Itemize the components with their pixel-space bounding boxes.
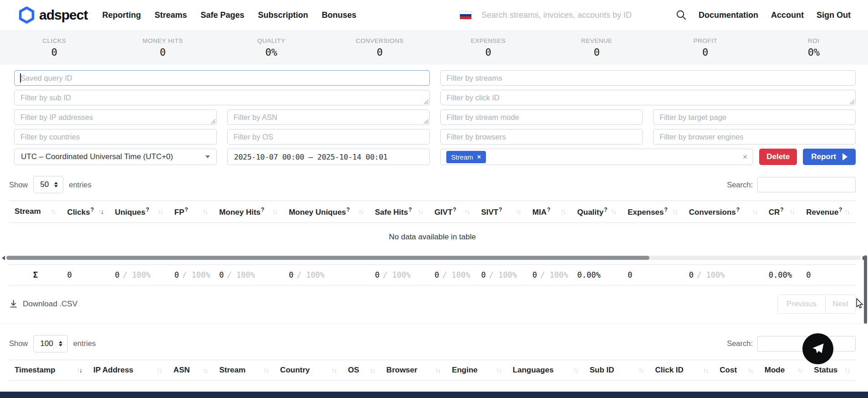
sort-icon: ↑↓ (370, 367, 376, 374)
sort-icon: ↑↓ (638, 367, 644, 374)
col-conversions[interactable]: Conversions?↑↓ (684, 201, 763, 223)
table1-search-input[interactable] (757, 177, 856, 192)
total-cr: 0.00% (763, 264, 801, 285)
scrollbar-track[interactable] (6, 256, 861, 260)
nav-item-documentation[interactable]: Documentation (699, 10, 758, 20)
sort-icon: ↑↓ (516, 208, 522, 215)
previous-button[interactable]: Previous (777, 295, 826, 314)
logo[interactable]: adspect (18, 6, 87, 24)
col-mia[interactable]: MIA?↑↓ (527, 201, 572, 223)
col-mode[interactable]: Mode↑↓ (759, 360, 809, 380)
total-money-uniques: 0/ 100% (283, 264, 369, 285)
col-money-hits[interactable]: Money Hits?↑↓ (214, 201, 283, 223)
col-languages[interactable]: Languages↑↓ (507, 360, 584, 380)
sort-icon: ↑↓ (797, 367, 803, 374)
page-size-select[interactable]: 50 (33, 176, 63, 193)
stream-tags-input[interactable]: Stream × × (440, 149, 754, 165)
col-asn[interactable]: ASN↑↓ (168, 360, 214, 380)
sort-desc-icon: ↑↓ (98, 208, 104, 215)
nav-search-area (460, 10, 687, 21)
telegram-button[interactable] (802, 333, 833, 364)
vertical-scrollbar-thumb[interactable] (864, 255, 867, 324)
tag-remove-icon[interactable]: × (477, 153, 481, 160)
click-id-filter-input[interactable] (440, 90, 856, 105)
col-cost[interactable]: Cost↑↓ (714, 360, 759, 380)
timezone-select[interactable]: UTC – Coordinated Universal Time (UTC+0) (14, 149, 217, 165)
scrollbar-thumb[interactable] (6, 256, 649, 260)
col-safe-hits[interactable]: Safe Hits?↑↓ (369, 201, 429, 223)
sort-icon: ↑↓ (418, 208, 424, 215)
saved-query-input[interactable] (14, 70, 430, 86)
global-search-input[interactable] (481, 10, 666, 20)
col-fp[interactable]: FP?↑↓ (169, 201, 214, 223)
browsers-filter-input[interactable] (440, 129, 643, 145)
total-uniques: 0/ 100% (109, 264, 169, 285)
nav-item-streams[interactable]: Streams (154, 10, 187, 20)
stat-expenses: EXPENSES0 (434, 37, 542, 58)
os-filter-input[interactable] (227, 129, 430, 145)
col-clicks[interactable]: Clicks?↑↓ (62, 201, 110, 223)
browsers-filter-wrap (440, 129, 643, 145)
saved-query-wrap (14, 70, 430, 86)
col-ip-address[interactable]: IP Address↑↓ (88, 360, 168, 380)
col-click-id[interactable]: Click ID↑↓ (650, 360, 715, 380)
scroll-left-arrow-icon[interactable] (2, 256, 5, 260)
totals-row: Σ 0 0/ 100% 0/ 100% 0/ 100% 0/ 100% 0/ 1… (9, 264, 856, 285)
total-mia: 0/ 100% (527, 264, 572, 285)
col-sivt[interactable]: SIVT?↑↓ (475, 201, 527, 223)
nav-item-subscription[interactable]: Subscription (258, 10, 308, 20)
entries-label: entries (73, 339, 96, 348)
sort-icon: ↑↓ (672, 208, 678, 215)
nav-item-sign-out[interactable]: Sign Out (817, 10, 851, 20)
col-cr[interactable]: CR?↑↓ (763, 201, 801, 223)
col-browser[interactable]: Browser↑↓ (381, 360, 446, 380)
col-os[interactable]: OS↑↓ (342, 360, 381, 380)
col-engine[interactable]: Engine↑↓ (446, 360, 507, 380)
stream-tag[interactable]: Stream × (446, 151, 486, 163)
sort-icon: ↑↓ (748, 367, 754, 374)
stream-mode-filter-wrap (440, 109, 643, 125)
download-csv-link[interactable]: Download .CSV (9, 300, 77, 309)
search-icon[interactable] (676, 10, 687, 21)
table2-header-row: Timestamp↑↓ IP Address↑↓ ASN↑↓ Stream↑↓ … (9, 360, 856, 380)
clear-tags-icon[interactable]: × (743, 152, 748, 162)
language-flag-icon[interactable] (460, 11, 471, 19)
sort-desc-icon: ↑↓ (77, 367, 82, 374)
asn-filter-input[interactable] (227, 109, 430, 125)
sort-icon: ↑↓ (496, 367, 502, 374)
col-expenses[interactable]: Expenses?↑↓ (622, 201, 684, 223)
stat-money-hits: MONEY HITS0 (108, 37, 217, 58)
countries-filter-input[interactable] (14, 129, 217, 145)
next-button[interactable]: Next (826, 295, 856, 314)
nav-item-reporting[interactable]: Reporting (102, 10, 141, 20)
delete-button[interactable]: Delete (759, 149, 797, 165)
target-page-filter-input[interactable] (653, 109, 856, 125)
report-button[interactable]: Report (803, 149, 856, 165)
col-money-uniques[interactable]: Money Uniques?↑↓ (283, 201, 369, 223)
col-givt[interactable]: GIVT?↑↓ (429, 201, 476, 223)
col-country[interactable]: Country↑↓ (275, 360, 342, 380)
streams-filter-input[interactable] (440, 70, 856, 86)
stat-profit: PROFIT0 (651, 37, 760, 58)
nav-item-bonuses[interactable]: Bonuses (322, 10, 357, 20)
col-stream[interactable]: Stream↑↓ (9, 201, 62, 223)
ip-filter-input[interactable] (14, 109, 217, 125)
col-revenue[interactable]: Revenue?↑↓ (801, 201, 856, 223)
nav-item-account[interactable]: Account (771, 10, 804, 20)
col-stream[interactable]: Stream↑↓ (214, 360, 275, 380)
col-timestamp[interactable]: Timestamp↑↓ (9, 360, 88, 380)
page-size-select[interactable]: 100 (33, 335, 67, 352)
engines-filter-input[interactable] (653, 129, 856, 145)
col-sub-id[interactable]: Sub ID↑↓ (584, 360, 650, 380)
stat-roi: ROI0% (760, 37, 868, 58)
nav-item-safe-pages[interactable]: Safe Pages (200, 10, 244, 20)
stream-mode-filter-input[interactable] (440, 109, 643, 125)
col-quality[interactable]: Quality?↑↓ (572, 201, 623, 223)
sort-icon: ↑↓ (203, 367, 209, 374)
date-range-input[interactable]: 2025-10-07 00:00 – 2025-10-14 00:01 (227, 149, 430, 165)
click-id-filter-wrap (440, 90, 856, 105)
sub-id-filter-input[interactable] (14, 90, 430, 105)
empty-message: No data available in table (9, 222, 856, 252)
col-uniques[interactable]: Uniques?↑↓ (109, 201, 169, 223)
hexagon-logo-icon (18, 6, 35, 24)
